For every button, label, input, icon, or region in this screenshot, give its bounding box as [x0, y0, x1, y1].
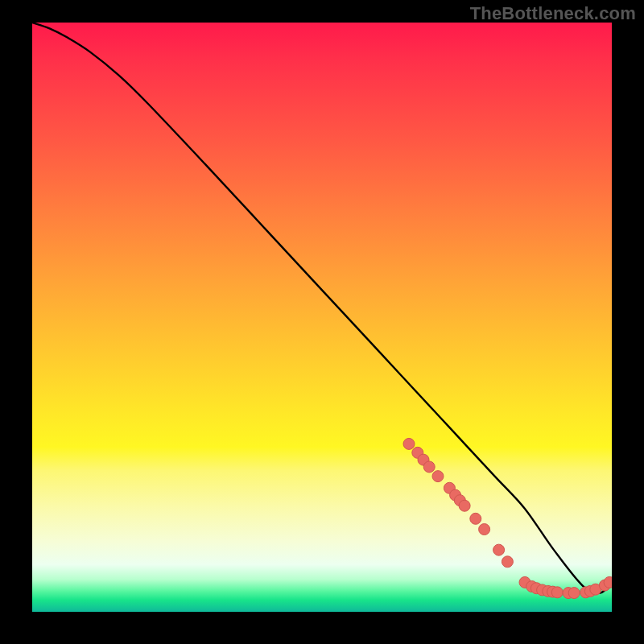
curve-markers: [403, 438, 612, 598]
curve-marker: [493, 544, 505, 555]
curve-marker: [459, 500, 470, 511]
curve-marker: [423, 461, 435, 473]
curve-marker: [604, 576, 612, 588]
watermark-text: TheBottleneck.com: [470, 3, 636, 24]
curve-marker: [470, 513, 481, 524]
chart-stage: TheBottleneck.com: [0, 0, 644, 644]
curve-marker: [432, 471, 444, 482]
bottleneck-curve-line: [32, 23, 612, 593]
curve-marker: [551, 587, 563, 598]
curve-svg: [32, 23, 612, 612]
curve-marker: [502, 556, 513, 568]
curve-marker: [568, 588, 580, 599]
curve-marker: [403, 438, 415, 449]
curve-marker: [479, 524, 490, 535]
plot-area: [32, 23, 612, 612]
